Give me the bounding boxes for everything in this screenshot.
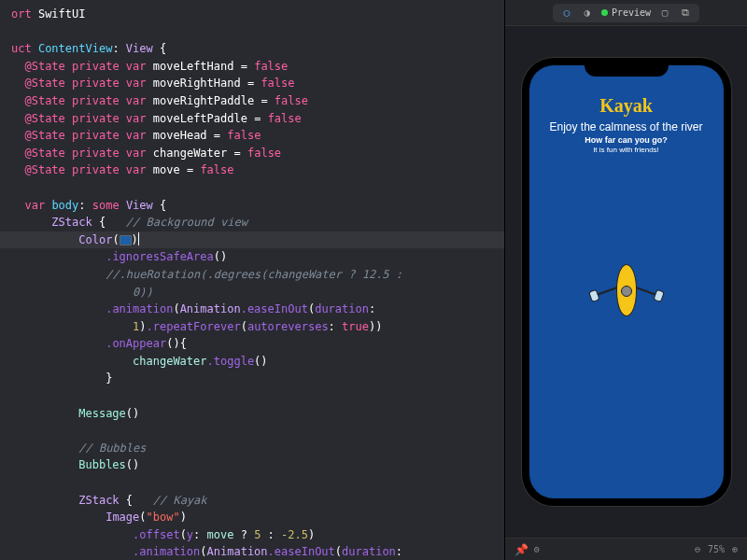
preview-panel: ◯ ◑ Preview ▢ ⧉ Kayak Enjoy the calmness… <box>504 0 747 560</box>
zoom-out-icon[interactable]: ⊖ <box>695 544 700 554</box>
filter-icon[interactable]: ⚙ <box>534 544 540 554</box>
keyword-struct: uct <box>11 42 32 55</box>
preview-status: Preview <box>601 7 651 18</box>
pin-icon[interactable]: 📌 <box>514 543 529 556</box>
boat-icon <box>616 264 637 316</box>
zoom-in-icon[interactable]: ⊕ <box>732 544 738 554</box>
kayak-illustration <box>616 264 637 316</box>
active-line[interactable]: Color() <box>0 231 504 249</box>
app-subtitle-3: It is fun with friends! <box>593 146 659 154</box>
device-frame: Kayak Enjoy the calmness of the river Ho… <box>522 58 731 506</box>
module-swiftui: SwiftUI <box>38 7 86 21</box>
preview-toolbar: ◯ ◑ Preview ▢ ⧉ <box>505 0 747 26</box>
app-subtitle-2: How far can you go? <box>585 135 668 145</box>
canvas-bottom-bar: 📌 ⚙ ⊖ 75% ⊕ <box>505 538 747 560</box>
device-notch <box>585 58 669 77</box>
app-title: Kayak <box>599 95 653 117</box>
type-contentview: ContentView <box>38 42 112 55</box>
device-screen: Kayak Enjoy the calmness of the river Ho… <box>529 65 724 498</box>
status-dot-icon <box>601 9 608 16</box>
comment-bg: // Background view <box>126 216 247 229</box>
live-preview-icon[interactable]: ◯ <box>560 7 573 20</box>
keyword-import: ort <box>11 7 32 21</box>
text-cursor <box>138 232 139 245</box>
color-swatch-icon[interactable] <box>120 235 132 245</box>
duplicate-preview-icon[interactable]: ⧉ <box>679 7 692 20</box>
paddle-right-icon <box>633 287 658 297</box>
device-settings-icon[interactable]: ▢ <box>658 7 671 20</box>
app-subtitle-1: Enjoy the calmness of the river <box>549 120 702 133</box>
preview-canvas[interactable]: Kayak Enjoy the calmness of the river Ho… <box>505 26 747 538</box>
selectable-preview-icon[interactable]: ◑ <box>581 7 594 20</box>
zoom-level[interactable]: 75% <box>708 544 725 554</box>
attr-state: @State <box>24 60 64 73</box>
code-editor[interactable]: ort SwiftUI uct ContentView: View { @Sta… <box>0 0 504 560</box>
type-view: View <box>126 42 153 55</box>
